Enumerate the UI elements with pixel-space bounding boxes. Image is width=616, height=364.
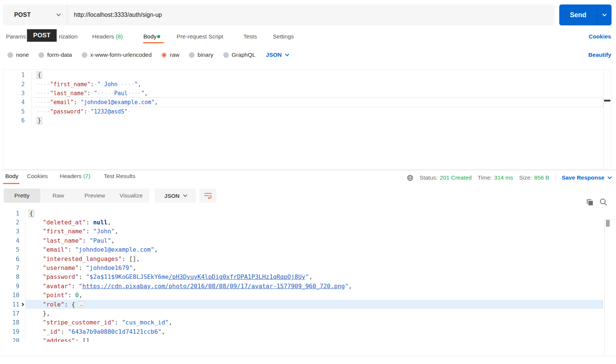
code-line: 2····"first_name":·"·John·····", xyxy=(3,80,603,88)
code-line: 3····"last_name":·"·····Paul····", xyxy=(3,89,603,98)
code-text[interactable]: "stripe_customer_id": "cus_mock_id", xyxy=(25,318,603,327)
code-line: 7 "username": "johndoe1679", xyxy=(3,263,603,272)
time-value: 314 ms xyxy=(494,174,513,181)
code-text[interactable]: ····"email":·"johndoe1@example.com", xyxy=(31,98,603,107)
code-text[interactable]: "deleted_at": null, xyxy=(25,218,603,227)
code-text[interactable]: "username": "johndoe1679", xyxy=(25,263,603,272)
wrap-lines-button[interactable] xyxy=(199,189,217,203)
line-number: 3 xyxy=(3,228,19,235)
code-text[interactable]: "last_name": "Paul", xyxy=(25,236,603,245)
response-format-select[interactable]: JSON xyxy=(155,189,196,203)
code-line: 20 "address": [] xyxy=(3,336,603,342)
body-format-select[interactable]: JSON xyxy=(266,52,288,58)
chevron-down-icon xyxy=(56,12,60,16)
resp-tab-body[interactable]: Body xyxy=(5,173,18,180)
collapsed-ellipsis-badge[interactable]: … xyxy=(78,301,85,307)
line-number: 3 xyxy=(3,90,25,97)
body-type-x-www-form-urlencoded[interactable]: x-www-form-urlencoded xyxy=(82,52,152,58)
search-icon xyxy=(599,197,608,206)
line-number: 17 xyxy=(3,310,19,317)
resp-tab-test-results[interactable]: Test Results xyxy=(104,173,135,180)
code-line: 9 "avatar": "https://cdn.pixabay.com/pho… xyxy=(3,281,603,290)
view-tab-pretty[interactable]: Pretty xyxy=(4,189,40,203)
view-tab-preview[interactable]: Preview xyxy=(77,189,113,203)
send-button[interactable]: Send xyxy=(559,4,612,25)
line-number: 6 xyxy=(3,255,19,262)
response-meta: Status:201 Created Time:314 ms Size:856 … xyxy=(407,172,611,184)
line-number: 1 xyxy=(3,72,25,78)
code-line: 6} xyxy=(3,116,603,125)
copy-response-button[interactable] xyxy=(585,198,594,208)
send-options-chevron[interactable] xyxy=(597,14,612,16)
code-text[interactable]: "_id": "643a7b9a0880c1d74121ccb6", xyxy=(25,327,603,336)
headers-count-badge: (8) xyxy=(116,33,123,40)
response-scrollbar-thumb[interactable] xyxy=(606,220,610,227)
response-section-divider xyxy=(0,170,616,170)
tab-body[interactable]: Body xyxy=(143,33,156,40)
view-tab-raw[interactable]: Raw xyxy=(40,189,77,203)
body-type-raw[interactable]: raw xyxy=(161,52,179,58)
line-number: 6 xyxy=(3,117,25,124)
code-line: 4····"email":·"johndoe1@example.com", xyxy=(3,98,603,107)
tab-authorization-partial[interactable]: rization xyxy=(59,33,78,40)
code-text[interactable]: "email": "johndoe1@example.com", xyxy=(25,245,603,254)
view-tab-visualize[interactable]: Visualize xyxy=(113,189,150,203)
body-type-binary[interactable]: binary xyxy=(189,52,213,58)
method-selector[interactable]: POST xyxy=(3,4,67,25)
code-text[interactable]: "address": [] xyxy=(25,336,603,342)
radio-icon xyxy=(161,52,167,58)
code-text[interactable]: "avatar": "https://cdn.pixabay.com/photo… xyxy=(25,281,603,290)
tab-settings[interactable]: Settings xyxy=(273,33,294,40)
url-input[interactable]: http://localhost:3333/auth/sign-up xyxy=(67,12,162,18)
code-text[interactable]: ····"first_name":·"·John·····", xyxy=(31,80,603,88)
code-text[interactable]: "point": 0, xyxy=(25,291,603,300)
tab-params[interactable]: Params xyxy=(6,33,26,40)
fold-chevron-icon[interactable] xyxy=(19,303,25,306)
request-url-bar: POST http://localhost:3333/auth/sign-up xyxy=(3,4,554,25)
beautify-link[interactable]: Beautify xyxy=(588,52,611,58)
line-number: 18 xyxy=(3,319,19,326)
chevron-down-icon xyxy=(602,12,606,16)
resp-tab-cookies[interactable]: Cookies xyxy=(27,173,48,180)
line-number: 19 xyxy=(3,328,19,335)
body-type-GraphQL[interactable]: GraphQL xyxy=(223,52,256,58)
code-line: 2 "deleted_at": null, xyxy=(3,218,603,227)
code-text[interactable]: "role": {… xyxy=(25,300,603,309)
code-text[interactable]: { xyxy=(31,71,603,80)
code-text[interactable]: "first_name": "John", xyxy=(25,227,603,236)
line-number: 5 xyxy=(3,108,25,115)
code-text[interactable]: }, xyxy=(25,309,603,318)
search-response-button[interactable] xyxy=(599,197,608,208)
request-body-editor[interactable]: 1{2····"first_name":·"·John·····",3····"… xyxy=(3,69,612,169)
code-text[interactable]: ····"last_name":·"·····Paul····", xyxy=(31,89,603,98)
code-text[interactable]: ····"password":·"1232@asdS"· xyxy=(31,107,603,116)
response-tabs: Body Cookies Headers (7) Test Results St… xyxy=(0,171,616,186)
status-badge: Status:201 Created xyxy=(420,174,472,181)
globe-icon xyxy=(407,174,414,181)
code-text[interactable]: "interested_languages": [], xyxy=(25,254,603,263)
code-line: 1{ xyxy=(3,209,603,218)
body-modified-dot-icon xyxy=(157,35,160,38)
save-response-button[interactable]: Save Response xyxy=(561,174,611,181)
resp-tab-headers[interactable]: Headers (7) xyxy=(60,173,90,180)
code-line: 6 "interested_languages": [], xyxy=(3,254,603,263)
tab-tests[interactable]: Tests xyxy=(243,33,257,40)
body-type-options: noneform-datax-www-form-urlencodedrawbin… xyxy=(7,52,255,58)
time-badge: Time:314 ms xyxy=(477,174,513,181)
body-type-form-data[interactable]: form-data xyxy=(38,52,72,58)
tab-headers[interactable]: Headers (8) xyxy=(92,33,123,40)
code-text[interactable]: "password": "$2a$11$9KoGE8LJSEkY6me/pH3D… xyxy=(25,273,603,281)
body-type-none[interactable]: none xyxy=(7,52,29,58)
code-text[interactable]: { xyxy=(25,209,603,218)
line-number: 1 xyxy=(3,210,19,217)
tab-pre-request-script[interactable]: Pre-request Script xyxy=(177,33,223,40)
response-scrollbar-track[interactable] xyxy=(604,219,616,355)
meta-divider xyxy=(555,174,556,182)
line-number: 4 xyxy=(3,237,19,244)
cookies-link[interactable]: Cookies xyxy=(589,33,611,40)
radio-icon xyxy=(38,52,44,58)
code-text[interactable]: } xyxy=(31,116,603,125)
code-line: 5 "email": "johndoe1@example.com", xyxy=(3,245,603,254)
line-number: 2 xyxy=(3,219,19,226)
line-number: 10 xyxy=(3,292,19,299)
